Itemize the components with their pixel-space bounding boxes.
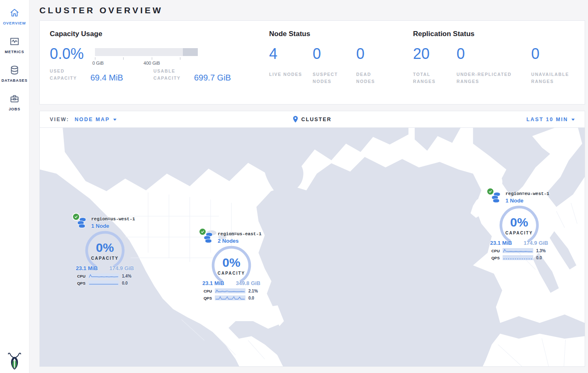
axis-tick — [180, 57, 180, 60]
capacity-label: CAPACITY — [211, 271, 252, 275]
location-pin-icon — [293, 116, 298, 123]
locality-region: region=eu-west-1 — [505, 191, 549, 196]
capacity-usage-title: Capacity Usage — [50, 30, 269, 38]
cpu-label: CPU — [201, 289, 212, 293]
capacity-label: CAPACITY — [498, 231, 540, 235]
capacity-percent: 0% — [211, 256, 252, 270]
under-replicated-label: UNDER-REPLICATED RANGES — [457, 71, 519, 85]
used-value: 23.1 MiB — [490, 240, 512, 246]
sidebar-item-overview[interactable]: OVERVIEW — [0, 0, 29, 29]
cpu-value: 1.4% — [122, 274, 131, 278]
sidebar: OVERVIEW METRICS DATABASES JOBS — [0, 0, 29, 373]
sidebar-item-label: METRICS — [5, 50, 24, 54]
view-selector[interactable]: NODE MAP — [75, 117, 117, 122]
locality-node-count: 1 Node — [91, 223, 135, 229]
capacity-percent: 0% — [84, 241, 126, 255]
used-value: 23.1 MiB — [202, 280, 224, 286]
suspect-nodes-value: 0 — [313, 46, 356, 61]
total-ranges-value: 20 — [413, 46, 457, 61]
used-capacity-label: USED CAPACITY — [50, 68, 85, 82]
page-title: CLUSTER OVERVIEW — [39, 5, 585, 15]
sidebar-item-databases[interactable]: DATABASES — [0, 57, 29, 86]
cpu-sparkline — [215, 288, 245, 293]
capacity-percent: 0.0% — [50, 46, 95, 66]
total-value: 174.9 GiB — [109, 265, 134, 271]
cockroachdb-logo — [0, 351, 29, 371]
locality-card-eu-west-1[interactable]: region=eu-west-1 1 Node 0% CAPACITY 23.1… — [488, 191, 550, 260]
total-ranges-label: TOTAL RANGES — [413, 71, 448, 85]
live-nodes-value: 4 — [269, 46, 313, 61]
suspect-nodes-label: SUSPECT NODES — [313, 71, 347, 85]
database-icon — [9, 65, 20, 76]
sidebar-item-label: OVERVIEW — [3, 21, 26, 25]
used-capacity-value: 69.4 MiB — [90, 73, 123, 83]
unavailable-ranges-stat: 0 UNAVAILABLE RANGES — [531, 46, 575, 85]
axis-tick — [95, 57, 95, 60]
healthy-check-icon — [73, 214, 79, 220]
qps-sparkline — [215, 295, 245, 300]
cluster-stats-panel: Capacity Usage 0.0% 0 GiB 400 GiB — [39, 20, 585, 105]
capacity-bar: 0 GiB 400 GiB — [95, 46, 198, 66]
dead-nodes-label: DEAD NODES — [356, 71, 391, 85]
cpu-sparkline — [503, 248, 533, 253]
breadcrumb: CLUSTER — [40, 116, 585, 123]
qps-sparkline — [88, 280, 119, 285]
under-replicated-stat: 0 UNDER-REPLICATED RANGES — [457, 46, 531, 85]
locality-node-count: 1 Node — [505, 197, 549, 204]
dead-nodes-stat: 0 DEAD NODES — [356, 46, 400, 85]
unavailable-ranges-value: 0 — [531, 46, 575, 61]
live-nodes-label: LIVE NODES — [269, 71, 304, 78]
view-selector-value: NODE MAP — [75, 117, 110, 122]
locality-region: region=us-east-1 — [218, 232, 262, 236]
node-status-title: Node Status — [269, 30, 413, 38]
time-range-selector[interactable]: LAST 10 MIN — [526, 117, 575, 122]
capacity-percent: 0% — [498, 215, 540, 229]
axis-tick — [152, 57, 152, 60]
qps-label: QPS — [75, 281, 85, 285]
node-status-section: Node Status 4 LIVE NODES 0 SUSPECT NODES… — [269, 30, 413, 95]
qps-value: 0.0 — [122, 281, 128, 285]
usable-capacity-value: 699.7 GiB — [194, 73, 231, 83]
qps-label: QPS — [489, 256, 500, 260]
sidebar-item-label: JOBS — [9, 107, 20, 111]
capacity-bar-reserved — [183, 48, 198, 56]
healthy-check-icon — [487, 188, 493, 195]
replication-status-title: Replication Status — [413, 30, 575, 38]
axis-tick-label: 0 GiB — [92, 61, 104, 66]
time-range-value: LAST 10 MIN — [526, 117, 568, 122]
sidebar-item-metrics[interactable]: METRICS — [0, 29, 29, 57]
sidebar-item-label: DATABASES — [2, 78, 28, 83]
axis-tick-label: 400 GiB — [143, 61, 160, 66]
qps-value: 0.0 — [536, 256, 542, 260]
locality-card-us-east-1[interactable]: region=us-east-1 2 Nodes 0% CAPACITY 23.… — [200, 232, 262, 300]
cpu-value: 1.3% — [536, 249, 546, 253]
view-label: VIEW: — [50, 117, 69, 122]
axis-tick — [123, 57, 124, 60]
total-ranges-stat: 20 TOTAL RANGES — [413, 46, 457, 85]
main-content: CLUSTER OVERVIEW Capacity Usage 0.0% 0 G… — [29, 0, 588, 373]
breadcrumb-cluster: CLUSTER — [301, 117, 331, 122]
briefcase-icon — [9, 93, 20, 104]
cpu-label: CPU — [75, 274, 85, 278]
map-toolbar: VIEW: NODE MAP CLUSTER LAST 10 MIN — [40, 111, 585, 128]
capacity-bar-axis: 0 GiB 400 GiB — [95, 56, 198, 66]
qps-label: QPS — [201, 296, 212, 300]
qps-value: 0.0 — [248, 296, 254, 300]
used-value: 23.1 MiB — [76, 265, 98, 271]
locality-node-count: 2 Nodes — [218, 238, 262, 244]
cpu-value: 2.1% — [248, 289, 258, 293]
sidebar-item-jobs[interactable]: JOBS — [0, 86, 29, 115]
metrics-icon — [9, 36, 20, 47]
locality-card-us-west-1[interactable]: region=us-west-1 1 Node 0% CAPACITY 23.1… — [74, 217, 136, 285]
chevron-down-icon — [113, 119, 117, 121]
live-nodes-stat: 4 LIVE NODES — [269, 46, 313, 85]
node-map-panel: VIEW: NODE MAP CLUSTER LAST 10 MIN — [39, 111, 585, 367]
under-replicated-value: 0 — [457, 46, 531, 61]
capacity-bar-track — [95, 48, 198, 56]
qps-sparkline — [503, 255, 533, 260]
total-value: 349.8 GiB — [236, 280, 260, 286]
unavailable-ranges-label: UNAVAILABLE RANGES — [531, 71, 566, 85]
total-value: 174.9 GiB — [524, 240, 548, 246]
usable-capacity-label: USABLE CAPACITY — [153, 68, 188, 82]
suspect-nodes-stat: 0 SUSPECT NODES — [313, 46, 356, 85]
